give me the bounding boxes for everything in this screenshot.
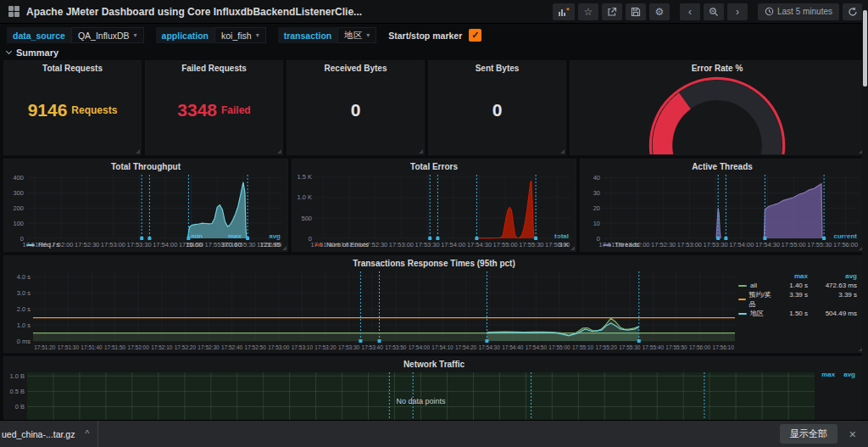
svg-text:17:52:50: 17:52:50 [245, 344, 267, 350]
svg-text:100: 100 [13, 220, 24, 227]
svg-text:17:53:00: 17:53:00 [677, 241, 702, 249]
settings-button[interactable]: ⚙ [649, 3, 670, 20]
svg-text:17:54:30: 17:54:30 [467, 241, 492, 249]
chevron-down-icon: ▾ [256, 31, 259, 39]
panel-title[interactable]: Error Rate % [570, 61, 864, 73]
save-icon [631, 7, 641, 17]
nav-actions: ☆ ⚙ ‹ › Last 5 minutes [549, 3, 863, 20]
svg-text:17:53:00: 17:53:00 [268, 344, 290, 350]
variable-label: data_source [7, 27, 71, 43]
browser-download-bar: ued_china-...tar.gz ^ 显示全部 × [0, 420, 868, 447]
panel-title[interactable]: Failed Requests [146, 61, 282, 73]
time-range-picker[interactable]: Last 5 minutes [758, 3, 839, 20]
show-all-downloads-button[interactable]: 显示全部 [780, 424, 837, 444]
response-times-chart[interactable]: 17:51:2017:51:3017:51:4017:51:5017:52:00… [4, 268, 738, 352]
svg-text:17:56:10: 17:56:10 [713, 344, 735, 350]
svg-text:1.0 s: 1.0 s [17, 321, 31, 329]
svg-text:40: 40 [593, 174, 600, 182]
refresh-button[interactable] [843, 3, 863, 20]
stat-value: 3348Failed [146, 73, 282, 154]
svg-text:17:51:30: 17:51:30 [311, 241, 336, 249]
svg-text:0: 0 [20, 235, 24, 243]
svg-text:400: 400 [13, 174, 24, 182]
svg-text:0: 0 [597, 235, 600, 243]
dashboard-grid-icon[interactable] [8, 6, 19, 17]
gear-icon: ⚙ [655, 7, 665, 17]
svg-text:17:51:20: 17:51:20 [34, 344, 56, 350]
panel-title[interactable]: Total Errors [292, 159, 576, 171]
clock-icon [765, 7, 774, 16]
close-download-bar-icon[interactable]: × [849, 427, 856, 441]
svg-text:17:53:50: 17:53:50 [385, 344, 407, 350]
dashboard-title[interactable]: Apache JMeter Dashboard using Core Influ… [26, 6, 362, 18]
panel-title[interactable]: Active Threads [581, 159, 864, 171]
chevron-up-icon[interactable]: ^ [85, 429, 89, 439]
threads-chart[interactable]: 17:51:3017:52:0017:52:3017:53:0017:53:30… [581, 171, 864, 232]
data-source-dropdown[interactable]: QA_InfluxDB▾ [71, 27, 144, 43]
svg-text:17:54:00: 17:54:00 [409, 344, 431, 350]
section-title: Summary [16, 47, 58, 58]
svg-text:17:55:00: 17:55:00 [205, 241, 230, 249]
vertical-scrollbar[interactable] [862, 0, 868, 420]
panel-error-rate: Error Rate % 36.61% [570, 60, 865, 155]
network-legend-headers: maxavg [813, 371, 855, 378]
panel-title[interactable]: Total Throughput [4, 159, 287, 171]
svg-text:17:51:30: 17:51:30 [23, 241, 47, 249]
errors-chart[interactable]: 17:51:3017:52:0017:52:3017:53:0017:53:30… [292, 171, 576, 232]
svg-text:17:54:00: 17:54:00 [153, 241, 177, 249]
svg-text:36.61%: 36.61% [683, 151, 751, 155]
svg-text:17:52:00: 17:52:00 [128, 344, 150, 350]
response-times-row: Transactions Response Times (95th pct) 1… [3, 255, 865, 353]
svg-text:17:51:30: 17:51:30 [58, 344, 80, 350]
panel-response-times: Transactions Response Times (95th pct) 1… [3, 255, 865, 353]
panel-title[interactable]: Network Traffic [4, 357, 864, 369]
svg-text:17:53:00: 17:53:00 [101, 241, 125, 249]
svg-text:10: 10 [593, 220, 600, 227]
refresh-icon [848, 7, 858, 17]
panel-title[interactable]: Transactions Response Times (95th pct) [4, 256, 864, 268]
svg-text:17:56:00: 17:56:00 [545, 241, 570, 249]
svg-text:17:54:30: 17:54:30 [179, 241, 203, 249]
marker-checkbox[interactable]: ✓ [469, 29, 481, 42]
svg-text:17:55:30: 17:55:30 [619, 344, 641, 350]
svg-text:17:52:40: 17:52:40 [221, 344, 243, 350]
top-nav: Apache JMeter Dashboard using Core Influ… [0, 0, 868, 24]
svg-text:17:53:30: 17:53:30 [703, 241, 727, 249]
chevron-right-icon: › [736, 7, 739, 17]
zoom-out-button[interactable] [704, 3, 724, 20]
panel-title[interactable]: Sent Bytes [429, 61, 565, 73]
scrollbar-thumb[interactable] [863, 10, 867, 87]
save-button[interactable] [626, 3, 646, 20]
panel-title[interactable]: Received Bytes [287, 61, 424, 73]
svg-text:200: 200 [13, 204, 24, 212]
summary-row: Total Requests 9146Requests Failed Reque… [3, 60, 865, 155]
transaction-dropdown[interactable]: 地区▾ [337, 27, 376, 43]
throughput-chart[interactable]: 17:51:3017:52:0017:52:3017:53:0017:53:30… [4, 171, 287, 232]
download-item[interactable]: ued_china-...tar.gz ^ [0, 421, 98, 447]
svg-text:17:52:00: 17:52:00 [48, 241, 73, 249]
svg-text:4.0 s: 4.0 s [17, 273, 31, 281]
summary-section-toggle[interactable]: Summary [0, 47, 868, 59]
svg-text:17:55:00: 17:55:00 [782, 241, 806, 249]
add-panel-button[interactable] [553, 3, 575, 20]
response-times-legend[interactable]: maxavgall1.40 s472.63 ms预约/奖品3.39 s3.39 … [738, 268, 864, 352]
svg-text:17:55:20: 17:55:20 [596, 344, 618, 350]
svg-text:17:54:00: 17:54:00 [729, 241, 754, 249]
svg-text:17:53:30: 17:53:30 [415, 241, 439, 249]
time-back-button[interactable]: ‹ [680, 3, 700, 20]
stat-value: 9146Requests [4, 73, 141, 154]
download-filename: ued_china-...tar.gz [2, 429, 75, 439]
svg-text:17:56:00: 17:56:00 [689, 344, 711, 350]
svg-text:17:53:00: 17:53:00 [389, 241, 414, 249]
svg-text:17:54:10: 17:54:10 [431, 344, 453, 350]
svg-text:17:51:40: 17:51:40 [81, 344, 103, 350]
time-forward-button[interactable]: › [727, 3, 748, 20]
svg-text:17:51:50: 17:51:50 [104, 344, 126, 350]
application-dropdown[interactable]: koi_fish▾ [214, 27, 266, 43]
star-icon: ☆ [584, 7, 593, 17]
star-button[interactable]: ☆ [578, 3, 598, 20]
share-button[interactable] [602, 3, 622, 20]
time-range-label: Last 5 minutes [777, 7, 832, 16]
panel-title[interactable]: Total Requests [4, 61, 141, 73]
svg-text:No data points: No data points [396, 397, 446, 405]
